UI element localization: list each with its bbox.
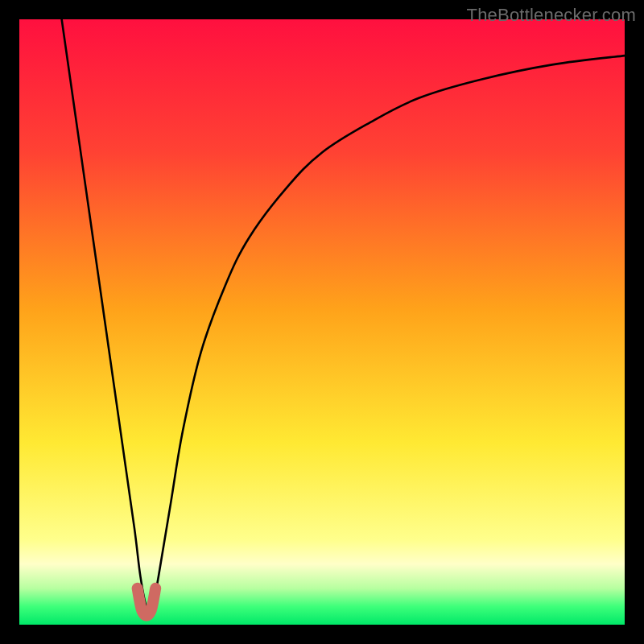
curve-layer <box>19 19 625 625</box>
optimal-marker <box>138 588 156 616</box>
watermark-label: TheBottlenecker.com <box>467 5 636 26</box>
bottleneck-curve <box>62 19 625 611</box>
chart-frame: TheBottlenecker.com <box>0 0 644 644</box>
plot-area <box>19 19 625 625</box>
